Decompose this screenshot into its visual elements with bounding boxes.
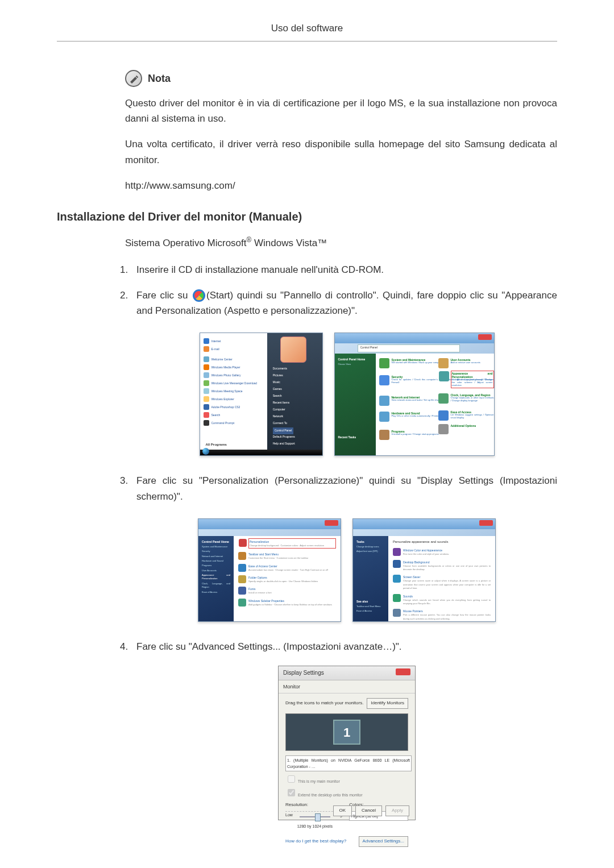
ap-item: Folder Options (248, 575, 336, 580)
ap-left: Network and Internet (202, 555, 230, 558)
step-4-text: Fare clic su "Advanced Settings... (Impo… (136, 641, 402, 652)
pp-item: Window Color and Appearance (403, 548, 491, 553)
ds-chk-extend: Extend the desktop onto this monitor (285, 787, 408, 798)
ds-title: Display Settings (283, 668, 324, 678)
ap-left: User Accounts (202, 569, 230, 572)
pp-left: Adjust font size (DPI) (356, 550, 385, 553)
ds-cancel-button[interactable]: Cancel (355, 805, 382, 816)
pp-item-sub: Choose from available backgrounds or col… (403, 564, 491, 572)
sm-right-item: Computer (273, 407, 285, 413)
sm-right-item: Default Programs (273, 434, 295, 440)
note-para-1: Questo driver del monitor è in via di ce… (125, 95, 557, 126)
note-url: http://www.samsung.com/ (125, 178, 557, 193)
pp-heading: Personalize appearance and sounds (393, 539, 491, 545)
note-para-2: Una volta certificato, il driver verrà r… (125, 136, 557, 167)
cp-cat: Additional Options (451, 424, 476, 427)
pp-left: Ease of Access (356, 609, 385, 613)
sm-item: Windows Photo Gallery (211, 373, 241, 377)
ap-item-sub: Add gadgets to Sidebar · Choose whether … (248, 603, 336, 607)
pp-item: Sounds (403, 594, 491, 599)
close-icon (325, 520, 338, 526)
section-heading: Installazione del Driver del monitor (Ma… (57, 210, 557, 223)
sm-item: Search (211, 413, 221, 417)
screenshot-display-settings: Display Settings Monitor Drag the icons … (278, 666, 416, 820)
sm-right-control-panel: Control Panel (273, 427, 293, 434)
ds-slider-low: Low (285, 812, 293, 818)
screenshot-control-panel: Control Panel Control Panel Home Classic… (334, 333, 495, 456)
screenshot-appearance: Control Panel Home System and Maintenanc… (198, 518, 341, 622)
ap-left: Clock, Language, and Region (202, 582, 230, 589)
sm-right-item: Music (273, 380, 280, 385)
ds-chk-main: This is my main monitor (285, 774, 408, 784)
pp-left: Change desktop icons (356, 545, 385, 549)
sm-item: Windows Media Player (211, 365, 240, 369)
ap-item-sub: Change desktop background · Customize co… (250, 544, 335, 547)
ds-drag-text: Drag the icons to match your monitors. (285, 700, 363, 707)
sm-right-item: Recent Items (273, 400, 289, 406)
sm-item: Windows Meeting Space (211, 389, 243, 393)
cp-cat-sub: Get started with Windows / Back up your … (392, 362, 443, 364)
sm-item: Internet (211, 339, 221, 343)
ds-tab-monitor: Monitor (279, 680, 415, 693)
pp-item-sub: Change your screen saver or adjust when … (403, 579, 491, 590)
close-icon (396, 668, 410, 675)
step-1-text: Inserire il CD di installazione manuale … (136, 264, 384, 275)
ap-item-sub: Customize the Start menu · Customize ico… (248, 556, 336, 560)
ds-identify-button[interactable]: Identify Monitors (367, 698, 408, 709)
close-icon (478, 334, 492, 340)
step-3-text: Fare clic su "Personalization (Personali… (136, 475, 557, 501)
ds-ok-button[interactable]: OK (333, 805, 352, 816)
pp-item: Desktop Background (403, 560, 491, 564)
ds-advanced-button[interactable]: Advanced Settings... (359, 836, 408, 847)
ds-chk-extend-label: Extend the desktop onto this monitor (298, 793, 363, 797)
step-2: Fare clic su (Start) quindi su "Pannello… (131, 288, 557, 456)
screenshot-start-menu: Documents Pictures Music Games Search Re… (200, 333, 323, 456)
ds-resolution-value: 1280 by 1024 pixels (285, 823, 345, 829)
sm-right-item: Pictures (273, 373, 283, 379)
os-suffix: Windows Vista™ (251, 238, 327, 248)
ds-apply-button: Apply (385, 805, 409, 816)
screenshot-personalize: Tasks Change desktop icons Adjust font s… (352, 518, 496, 622)
ds-monitor-icon[interactable]: 1 (333, 720, 360, 745)
pp-left: Taskbar and Start Menu (356, 605, 385, 608)
step-2-text-a: Fare clic su (136, 290, 192, 301)
note-icon (125, 70, 142, 87)
ap-left-active: Appearance and Personalization (202, 574, 230, 581)
sm-right-item: Connect To (273, 421, 287, 426)
sm-right-item: Network (273, 414, 283, 420)
ds-chk-main-label: This is my main monitor (298, 779, 340, 783)
ap-item-sub: Install or remove a font (248, 591, 336, 595)
ap-item-sub: Specify single- or double-click to open … (248, 580, 336, 583)
cp-recent: Recent Tasks (338, 435, 372, 439)
sm-all-programs: All Programs (206, 442, 227, 448)
sm-item: Windows Live Messenger Download (211, 381, 258, 385)
os-line: Sistema Operativo Microsoft® Windows Vis… (125, 235, 557, 251)
ds-help-link[interactable]: How do I get the best display? (285, 838, 346, 845)
sm-right-item: Search (273, 393, 282, 399)
ds-monitor-area: 1 (285, 713, 408, 751)
ap-left: Ease of Access (202, 591, 230, 594)
step-1: Inserire il CD di installazione manuale … (131, 262, 557, 277)
pp-left-head: See also (356, 599, 385, 604)
ap-left: Hardware and Sound (202, 559, 230, 563)
cp-address: Control Panel (358, 344, 460, 352)
ap-item: Fonts (248, 587, 336, 591)
ap-item-sub: Accommodate low vision · Change screen r… (248, 568, 336, 572)
ap-item: Ease of Access Center (248, 564, 336, 568)
ds-chk-main-input (288, 775, 295, 783)
ap-item: Taskbar and Start Menu (248, 552, 336, 556)
cp-cat-sub: Change desktop background / Change the c… (452, 379, 493, 387)
pp-item: Screen Saver (403, 575, 491, 579)
cp-left-head: Control Panel Home (338, 357, 372, 362)
cp-cat-sub: View network status and tasks / Set up f… (392, 399, 442, 402)
pp-item-sub: Fine tune the color and style of your wi… (403, 553, 491, 556)
note-block: Nota Questo driver del monitor è in via … (125, 70, 557, 193)
ap-left: System and Maintenance (202, 545, 230, 549)
ds-device-select[interactable]: 1. (Multiple Monitors) on NVIDIA GeForce… (285, 755, 412, 771)
note-label: Nota (148, 73, 171, 85)
step-3: Fare clic su "Personalization (Personali… (131, 473, 557, 621)
ap-left: Control Panel Home (202, 539, 230, 544)
cp-cat-sub: Add or remove user accounts (451, 362, 480, 364)
sm-right-item: Games (273, 387, 282, 392)
cp-left-item: Classic View (338, 363, 372, 366)
